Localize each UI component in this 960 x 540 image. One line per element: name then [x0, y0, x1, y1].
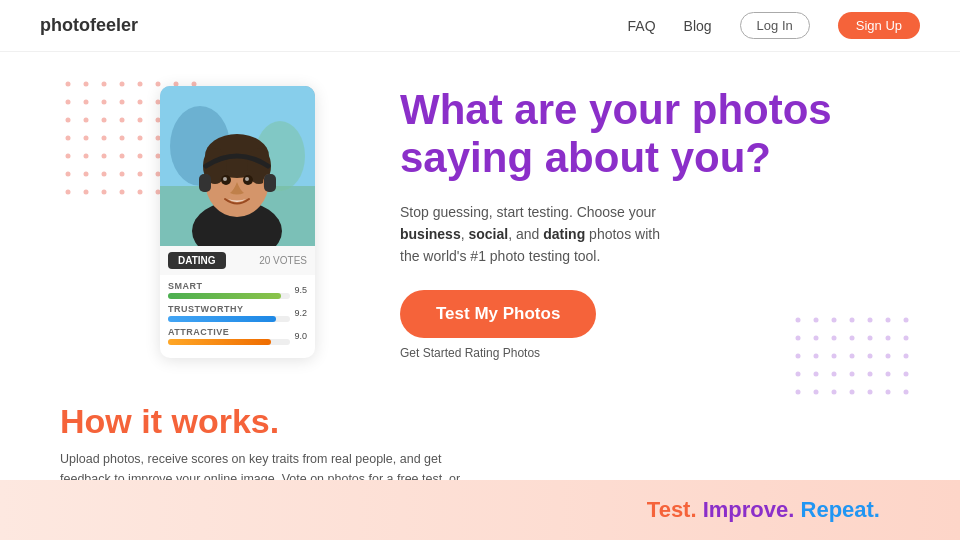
stat-attractive: ATTRACTIVE 9.0: [168, 327, 307, 345]
svg-point-96: [814, 372, 819, 377]
svg-point-78: [868, 318, 873, 323]
svg-point-34: [102, 154, 107, 159]
svg-point-69: [245, 177, 249, 181]
attractive-bar: [168, 339, 271, 345]
card-tabs: DATING 20 VOTES: [160, 246, 315, 275]
svg-point-10: [102, 100, 107, 105]
svg-point-85: [868, 336, 873, 341]
svg-point-25: [84, 136, 89, 141]
svg-point-1: [84, 82, 89, 87]
svg-point-11: [120, 100, 125, 105]
svg-point-68: [223, 177, 227, 181]
svg-point-50: [102, 190, 107, 195]
svg-point-75: [814, 318, 819, 323]
svg-point-5: [156, 82, 161, 87]
svg-point-9: [84, 100, 89, 105]
svg-point-49: [84, 190, 89, 195]
svg-point-35: [120, 154, 125, 159]
svg-point-102: [796, 390, 801, 395]
stat-trustworthy: TRUSTWORTHY 9.2: [168, 304, 307, 322]
svg-point-12: [138, 100, 143, 105]
svg-point-24: [66, 136, 71, 141]
stat-smart: SMART 9.5: [168, 281, 307, 299]
bottom-repeat: Repeat.: [801, 497, 880, 522]
svg-point-88: [796, 354, 801, 359]
bottom-strip: Test. Improve. Repeat.: [0, 480, 960, 540]
test-photos-button[interactable]: Test My Photos: [400, 290, 596, 338]
svg-point-83: [832, 336, 837, 341]
svg-point-94: [904, 354, 909, 359]
svg-point-105: [850, 390, 855, 395]
svg-point-76: [832, 318, 837, 323]
svg-point-74: [796, 318, 801, 323]
svg-point-3: [120, 82, 125, 87]
svg-point-104: [832, 390, 837, 395]
svg-point-107: [886, 390, 891, 395]
svg-point-93: [886, 354, 891, 359]
svg-point-43: [120, 172, 125, 177]
svg-point-2: [102, 82, 107, 87]
svg-point-91: [850, 354, 855, 359]
dating-tab[interactable]: DATING: [168, 252, 226, 269]
profile-photo: [160, 86, 315, 246]
svg-point-87: [904, 336, 909, 341]
svg-point-44: [138, 172, 143, 177]
hero-section: // Will be rendered inline below: [0, 52, 960, 380]
svg-point-108: [904, 390, 909, 395]
svg-point-42: [102, 172, 107, 177]
svg-point-92: [868, 354, 873, 359]
svg-point-41: [84, 172, 89, 177]
card-stats: SMART 9.5 TRUSTWORTHY 9.2: [160, 275, 315, 358]
svg-point-84: [850, 336, 855, 341]
svg-point-16: [66, 118, 71, 123]
svg-point-89: [814, 354, 819, 359]
hero-headline: What are your photos saying about you?: [400, 86, 900, 183]
svg-point-19: [120, 118, 125, 123]
photo-card: DATING 20 VOTES SMART 9.5: [160, 86, 315, 358]
smart-bar: [168, 293, 281, 299]
attractive-value: 9.0: [294, 331, 307, 341]
svg-point-100: [886, 372, 891, 377]
svg-point-95: [796, 372, 801, 377]
signup-button[interactable]: Sign Up: [838, 12, 920, 39]
trustworthy-bar: [168, 316, 276, 322]
svg-point-79: [886, 318, 891, 323]
svg-point-99: [868, 372, 873, 377]
svg-point-4: [138, 82, 143, 87]
svg-point-51: [120, 190, 125, 195]
svg-point-86: [886, 336, 891, 341]
svg-point-106: [868, 390, 873, 395]
svg-point-97: [832, 372, 837, 377]
bottom-test: Test.: [647, 497, 697, 522]
svg-point-81: [796, 336, 801, 341]
left-section: // Will be rendered inline below: [60, 76, 360, 358]
svg-point-18: [102, 118, 107, 123]
svg-point-36: [138, 154, 143, 159]
blog-link[interactable]: Blog: [684, 18, 712, 34]
login-button[interactable]: Log In: [740, 12, 810, 39]
bottom-improve: Improve.: [703, 497, 795, 522]
svg-point-82: [814, 336, 819, 341]
svg-rect-72: [199, 174, 211, 192]
svg-point-52: [138, 190, 143, 195]
smart-value: 9.5: [294, 285, 307, 295]
votes-count: 20 VOTES: [259, 255, 307, 266]
faq-link[interactable]: FAQ: [628, 18, 656, 34]
svg-point-101: [904, 372, 909, 377]
svg-point-80: [904, 318, 909, 323]
site-logo: photofeeler: [40, 15, 138, 36]
svg-point-32: [66, 154, 71, 159]
svg-point-90: [832, 354, 837, 359]
decorative-purple-dots: [790, 312, 930, 422]
svg-point-28: [138, 136, 143, 141]
svg-point-20: [138, 118, 143, 123]
svg-point-27: [120, 136, 125, 141]
hero-subtext: Stop guessing, start testing. Choose you…: [400, 201, 680, 268]
svg-point-8: [66, 100, 71, 105]
svg-point-33: [84, 154, 89, 159]
svg-point-77: [850, 318, 855, 323]
svg-point-48: [66, 190, 71, 195]
svg-point-40: [66, 172, 71, 177]
svg-point-0: [66, 82, 71, 87]
svg-point-26: [102, 136, 107, 141]
